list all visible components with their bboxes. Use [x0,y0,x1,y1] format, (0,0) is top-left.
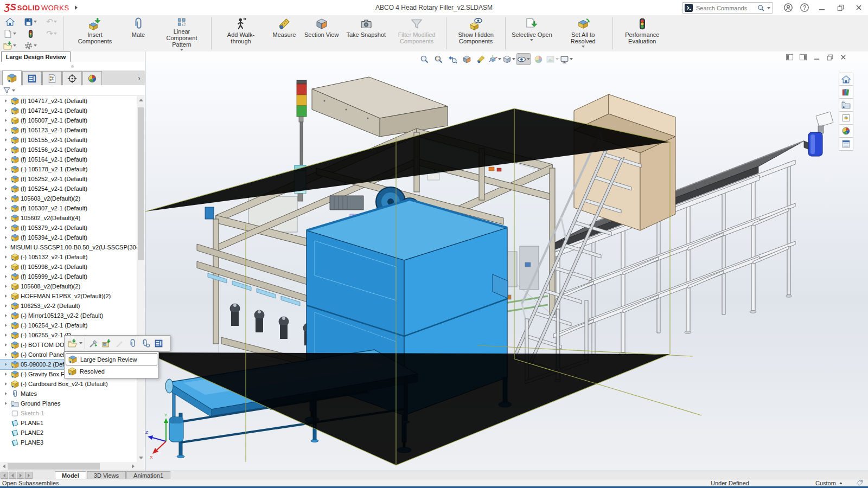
next-tab-button[interactable] [17,472,24,479]
tree-item-f-104719-v2-1-default[interactable]: (f) 104719_v2-1 (Default) [0,106,137,115]
scroll-up-arrow[interactable] [137,96,145,104]
prev-tab-button[interactable] [9,472,16,479]
open-button[interactable] [3,41,16,50]
expand-arrow-icon[interactable] [5,333,7,337]
doc-restore-icon[interactable] [826,54,834,61]
manager-tab-configurations[interactable] [42,71,62,85]
scroll-right-arrow[interactable] [129,462,137,470]
cmd-section-view[interactable]: Section View [301,15,342,52]
doc-tab-animation1[interactable]: Animation1 [126,471,170,479]
expand-arrow-icon[interactable] [5,246,7,249]
tree-item-105608-v2-default-2[interactable]: 105608_v2(Default)(2) [0,281,137,291]
expand-arrow-icon[interactable] [5,285,7,288]
view-orientation-icon[interactable] [488,53,501,65]
task-pane-appearances-icon[interactable] [839,125,853,138]
expand-arrow-icon[interactable] [5,265,7,268]
tree-item-sketch-1[interactable]: Sketch-1 [0,408,137,418]
ctx-open-caret[interactable] [79,342,82,344]
ctx-view-dependencies-icon[interactable] [139,337,151,349]
tree-item-105132-v2-1-default[interactable]: (-) 105132_v2-1 (Default) [0,252,137,262]
tree-item-105602-v2-default-4[interactable]: 105602_v2(Default)(4) [0,213,137,223]
apply-scene-icon[interactable] [546,53,559,65]
expand-arrow-icon[interactable] [5,373,7,376]
scroll-left-arrow[interactable] [0,462,8,470]
expand-arrow-icon[interactable] [5,207,7,210]
display-state-label[interactable]: Custom [815,480,836,486]
tag-icon[interactable] [856,479,863,486]
task-pane-design-library-icon[interactable] [839,86,853,99]
tree-item-hoffman-e1pbx-v2-default-2[interactable]: HOFFMAN E1PBX_v2(Default)(2) [0,291,137,301]
expand-arrow-icon[interactable] [5,392,7,395]
expand-panel-arrow[interactable]: › [138,74,141,82]
expand-arrow-icon[interactable] [5,275,7,278]
previous-view-icon[interactable] [446,53,459,65]
display-style-icon[interactable] [502,53,515,65]
tree-vscroll-thumb[interactable] [138,107,144,260]
section-view-icon[interactable] [460,53,473,65]
expand-arrow-icon[interactable] [5,99,7,102]
zoom-fit-icon[interactable] [418,53,431,65]
tree-item-f-105123-v2-1-default[interactable]: (f) 105123_v2-1 (Default) [0,125,137,135]
panel-splitter-handle[interactable] [0,62,145,70]
new-document-button[interactable] [3,29,16,38]
expand-arrow-icon[interactable] [5,226,7,229]
menu-expand-arrow[interactable] [75,5,78,10]
menu-item-resolved[interactable]: Resolved [66,365,157,377]
expand-arrow-icon[interactable] [5,324,7,327]
close-button[interactable] [852,2,866,14]
cmd-selective-open[interactable]: Selective Open [508,15,556,52]
expand-arrow-icon[interactable] [5,109,7,112]
ctx-view-mates-icon[interactable] [126,337,138,349]
expand-arrow-icon[interactable] [5,158,7,161]
help-icon[interactable] [799,2,810,14]
ctx-set-resolved-wand-icon[interactable] [87,337,99,349]
tree-item-f-104717-v2-1-default[interactable]: (f) 104717_v2-1 (Default) [0,96,137,106]
doc-close-icon[interactable] [839,53,847,61]
tree-item-f-105164-v2-1-default[interactable]: (f) 105164_v2-1 (Default) [0,155,137,164]
tree-item-plane3[interactable]: PLANE3 [0,438,137,447]
manager-tab-display[interactable] [82,71,102,85]
expand-arrow-icon[interactable] [5,148,7,151]
cmd-insert-components[interactable]: Insert Components [68,15,122,52]
display-state-caret[interactable] [839,482,843,484]
expand-arrow-icon[interactable] [5,294,7,298]
tree-item-misumi-u-sscsp1-00-b0-50-v2-u-[interactable]: MISUMI U-SSCSP1.00-B0.50_v2(U-SSCSP(304 … [0,242,137,252]
options-button[interactable] [24,41,37,50]
doc-minimize-icon[interactable] [813,53,821,61]
menu-item-large-design-review[interactable]: Large Design Review [66,353,157,365]
tree-item-f-105379-v2-1-default[interactable]: (f) 105379_v2-1 (Default) [0,223,137,233]
cmd-linear-component-pattern[interactable]: Linear Component Pattern [155,15,209,52]
task-pane-custom-properties-icon[interactable] [839,138,853,151]
user-account-icon[interactable] [782,2,794,14]
tree-item-plane1[interactable]: PLANE1 [0,418,137,428]
expand-arrow-icon[interactable] [5,187,7,190]
tree-item-f-105252-v2-1-default[interactable]: (f) 105252_v2-1 (Default) [0,174,137,184]
scroll-down-arrow[interactable] [137,454,145,462]
doc-tab-3d-views[interactable]: 3D Views [87,471,126,479]
measure-icon[interactable] [474,53,487,65]
task-pane-file-explorer-icon[interactable] [839,99,853,112]
manager-tab-properties[interactable] [22,71,42,85]
ctx-open-drawing-icon[interactable] [100,337,112,349]
cmd-measure[interactable]: Measure [268,15,301,52]
save-button[interactable] [24,17,37,27]
view-settings-icon[interactable] [560,53,573,65]
graphics-area[interactable]: Y Z X [145,62,868,471]
search-icon[interactable] [757,4,765,12]
expand-arrow-icon[interactable] [5,138,7,142]
task-pane-resources-icon[interactable] [839,73,853,86]
expand-arrow-icon[interactable] [5,197,7,200]
search-caret[interactable] [767,7,770,9]
manager-tab-dimxpert[interactable] [62,71,82,85]
tree-item-f-105998-v2-1-default[interactable]: (f) 105998_v2-1 (Default) [0,262,137,272]
task-pane-view-palette-icon[interactable] [839,112,853,125]
tree-item-f-105999-v2-1-default[interactable]: (f) 105999_v2-1 (Default) [0,272,137,281]
cmd-add-walk-through[interactable]: Add Walk-through [214,15,268,52]
expand-arrow-icon[interactable] [5,363,7,366]
tree-item-f-105307-v2-1-default[interactable]: (f) 105307_v2-1 (Default) [0,203,137,213]
ctx-open-component-icon[interactable] [66,337,78,349]
tree-hscroll-thumb[interactable] [8,463,100,470]
manager-tab-assembly[interactable] [2,70,22,85]
expand-arrow-icon[interactable] [5,168,7,171]
cmd-take-snapshot[interactable]: Take Snapshot [342,15,390,52]
